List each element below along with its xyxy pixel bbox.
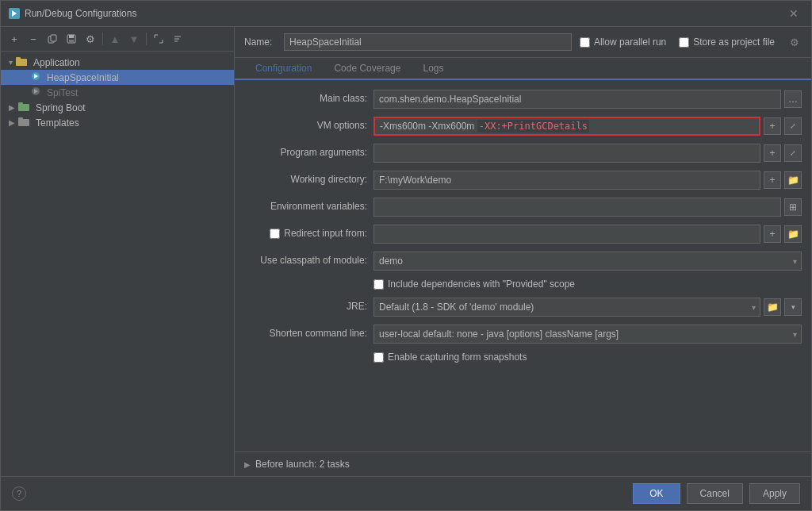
- jre-label: JRE:: [244, 298, 367, 312]
- before-launch-header[interactable]: ▶ Before launch: 2 tasks: [244, 459, 802, 470]
- expand-arrow-application: ▾: [9, 58, 13, 67]
- svg-rect-5: [69, 40, 74, 42]
- tree-item-templates[interactable]: ▶ Templates: [1, 115, 234, 130]
- main-class-label: Main class:: [244, 90, 367, 104]
- classpath-dropdown-wrapper: demo: [373, 252, 802, 271]
- allow-parallel-checkbox[interactable]: [580, 37, 590, 48]
- program-args-input[interactable]: [373, 144, 760, 163]
- remove-config-button[interactable]: −: [25, 30, 42, 48]
- svg-rect-4: [69, 35, 74, 38]
- tree-item-spitest[interactable]: SpiTest: [1, 85, 234, 100]
- save-config-button[interactable]: [63, 30, 80, 48]
- redirect-add-button[interactable]: +: [764, 225, 781, 243]
- svg-marker-0: [12, 10, 17, 17]
- main-class-browse-button[interactable]: …: [784, 90, 802, 108]
- svg-rect-2: [51, 35, 56, 41]
- dialog-buttons: OK Cancel Apply: [633, 483, 800, 504]
- config-icon-heap: [31, 71, 40, 83]
- capture-snapshots-spacer: [244, 352, 367, 355]
- sort-button[interactable]: [169, 30, 186, 48]
- shorten-cmd-label: Shorten command line:: [244, 325, 367, 339]
- jre-dropdown[interactable]: Default (1.8 - SDK of 'demo' module): [373, 298, 760, 317]
- name-input[interactable]: [284, 33, 572, 51]
- redirect-browse-button[interactable]: 📁: [784, 225, 802, 243]
- classpath-dropdown[interactable]: demo: [373, 252, 802, 271]
- svg-rect-14: [16, 57, 21, 60]
- add-config-button[interactable]: +: [6, 30, 23, 48]
- redirect-input-label: Redirect input from:: [284, 228, 367, 239]
- env-vars-label: Environment variables:: [244, 198, 367, 212]
- main-content: + − ⚙ ▲ ▼: [1, 27, 811, 476]
- program-args-control: + ⤢: [373, 144, 802, 163]
- capture-snapshots-control: Enable capturing form snapshots: [373, 352, 802, 363]
- classpath-row: Use classpath of module: demo: [244, 252, 802, 271]
- before-launch-section: ▶ Before launch: 2 tasks: [235, 451, 811, 476]
- expand-arrow-spring: ▶: [9, 103, 15, 112]
- before-launch-expand-icon: ▶: [244, 460, 251, 469]
- store-project-row: Store as project file: [679, 36, 775, 48]
- working-dir-label: Working directory:: [244, 171, 367, 185]
- vm-options-add-button[interactable]: +: [764, 117, 781, 135]
- move-down-button[interactable]: ▼: [125, 30, 143, 48]
- program-args-add-button[interactable]: +: [764, 144, 781, 162]
- program-args-expand-button[interactable]: ⤢: [784, 144, 802, 162]
- include-deps-checkbox[interactable]: [373, 279, 384, 290]
- redirect-input-control: + 📁: [373, 225, 802, 244]
- main-class-input[interactable]: [373, 90, 781, 109]
- tree-label-templates: Templates: [36, 117, 79, 129]
- move-up-button[interactable]: ▲: [106, 30, 124, 48]
- config-tabs: Configuration Code Coverage Logs: [235, 58, 811, 80]
- redirect-input-checkbox[interactable]: [270, 229, 280, 239]
- redirect-input-field[interactable]: [373, 225, 760, 244]
- tab-logs[interactable]: Logs: [412, 58, 454, 80]
- apply-button[interactable]: Apply: [749, 483, 800, 504]
- env-vars-browse-button[interactable]: ⊞: [784, 198, 802, 216]
- name-label: Name:: [244, 36, 276, 48]
- tree-item-application[interactable]: ▾ Application: [1, 55, 234, 70]
- cancel-button[interactable]: Cancel: [687, 483, 743, 504]
- tree-item-springboot[interactable]: ▶ Spring Boot: [1, 100, 234, 115]
- jre-folder-button[interactable]: 📁: [764, 298, 781, 316]
- settings-gear-button[interactable]: ⚙: [787, 35, 802, 49]
- program-args-label: Program arguments:: [244, 144, 367, 158]
- tree-item-heapspaceinitial[interactable]: HeapSpaceInitial: [1, 70, 234, 85]
- shorten-cmd-dropdown[interactable]: user-local default: none - java [options…: [373, 325, 802, 344]
- expand-arrow-templates: ▶: [9, 118, 15, 127]
- main-class-row: Main class: …: [244, 90, 802, 109]
- tree-label-springboot: Spring Boot: [36, 102, 86, 113]
- vm-options-label: VM options:: [244, 117, 367, 131]
- store-project-checkbox[interactable]: [679, 37, 689, 48]
- include-deps-label-spacer: [244, 279, 367, 282]
- help-button[interactable]: ?: [12, 486, 26, 501]
- store-project-label: Store as project file: [693, 36, 775, 48]
- copy-config-button[interactable]: [44, 30, 61, 48]
- right-panel: Name: Allow parallel run Store as projec…: [235, 27, 811, 476]
- toolbar-separator-2: [146, 33, 147, 45]
- config-icon-spi: [31, 86, 40, 98]
- vm-options-input[interactable]: -Xms600m -Xmx600m -XX:+PrintGCDetails: [373, 117, 760, 136]
- left-toolbar: + − ⚙ ▲ ▼: [1, 27, 234, 52]
- tree-label-application: Application: [33, 57, 80, 68]
- capture-snapshots-checkbox[interactable]: [373, 352, 384, 363]
- allow-parallel-row: Allow parallel run: [580, 36, 666, 48]
- working-dir-browse-button[interactable]: 📁: [784, 171, 802, 189]
- close-button[interactable]: ✕: [784, 6, 803, 21]
- capture-snapshots-label: Enable capturing form snapshots: [388, 352, 527, 363]
- vm-options-expand-button[interactable]: ⤢: [784, 117, 802, 135]
- tab-code-coverage[interactable]: Code Coverage: [323, 58, 412, 80]
- shorten-cmd-row: Shorten command line: user-local default…: [244, 325, 802, 344]
- main-class-control: …: [373, 90, 802, 109]
- tab-configuration[interactable]: Configuration: [244, 58, 323, 80]
- include-deps-label-row: Include dependencies with "Provided" sco…: [373, 279, 575, 290]
- capture-snapshots-row: Enable capturing form snapshots: [244, 352, 802, 363]
- working-dir-add-button[interactable]: +: [764, 171, 781, 189]
- wrench-button[interactable]: ⚙: [82, 30, 99, 48]
- jre-expand-button[interactable]: ▾: [784, 298, 802, 316]
- expand-all-button[interactable]: [150, 30, 167, 48]
- working-dir-input[interactable]: [373, 171, 760, 190]
- spring-icon: [18, 102, 29, 113]
- env-vars-input[interactable]: [373, 198, 781, 217]
- ok-button[interactable]: OK: [633, 483, 680, 504]
- before-launch-label: Before launch: 2 tasks: [255, 459, 350, 470]
- bottom-bar: ? OK Cancel Apply: [1, 476, 811, 510]
